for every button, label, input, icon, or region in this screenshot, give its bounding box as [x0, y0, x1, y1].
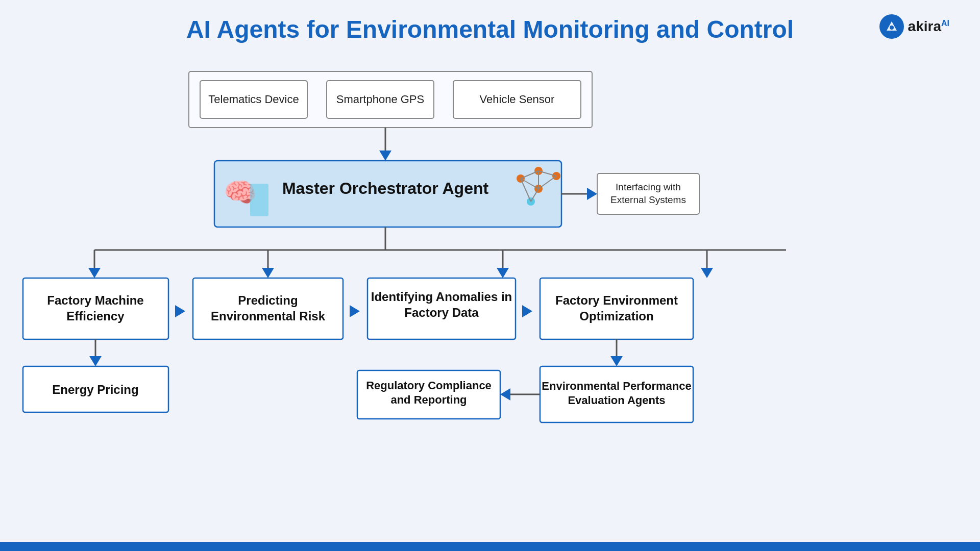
svg-line-18: [521, 171, 538, 179]
svg-marker-47: [350, 305, 360, 317]
svg-line-23: [521, 179, 531, 202]
svg-marker-37: [497, 268, 509, 278]
svg-marker-60: [610, 356, 623, 366]
svg-rect-27: [597, 173, 699, 214]
svg-text:Smartphone GPS: Smartphone GPS: [336, 93, 424, 106]
svg-text:Master Orchestrator Agent: Master Orchestrator Agent: [282, 179, 489, 197]
svg-rect-9: [214, 161, 561, 227]
svg-marker-35: [262, 268, 274, 278]
logo: akiraAI: [879, 14, 949, 39]
svg-text:Environmental Performance: Environmental Performance: [542, 380, 691, 392]
svg-text:Efficiency: Efficiency: [66, 309, 125, 323]
svg-text:Vehicle Sensor: Vehicle Sensor: [480, 93, 555, 106]
svg-point-14: [534, 167, 543, 175]
svg-text:Energy Pricing: Energy Pricing: [52, 383, 138, 396]
svg-marker-8: [379, 151, 391, 161]
svg-point-17: [527, 197, 535, 206]
svg-marker-65: [500, 388, 510, 400]
logo-text: akiraAI: [908, 18, 949, 35]
svg-rect-61: [540, 366, 693, 422]
svg-text:Identifying Anomalies in: Identifying Anomalies in: [371, 290, 512, 304]
svg-marker-56: [89, 356, 102, 366]
logo-icon: [879, 14, 904, 39]
svg-point-16: [552, 172, 560, 180]
svg-line-24: [531, 189, 538, 202]
svg-point-15: [534, 185, 543, 193]
svg-rect-1: [200, 81, 307, 118]
svg-marker-43: [175, 305, 185, 317]
svg-text:Predicting: Predicting: [238, 293, 298, 307]
page-title: AI Agents for Environmental Monitoring a…: [0, 15, 980, 43]
svg-text:and Reporting: and Reporting: [390, 393, 467, 406]
svg-marker-39: [701, 268, 713, 278]
svg-text:Interfacing with: Interfacing with: [616, 182, 681, 192]
svg-marker-51: [522, 305, 532, 317]
svg-line-21: [538, 176, 556, 189]
svg-rect-52: [540, 278, 693, 339]
svg-rect-2: [327, 81, 434, 118]
svg-text:External Systems: External Systems: [610, 194, 686, 205]
svg-rect-0: [189, 71, 592, 128]
svg-text:Factory Machine: Factory Machine: [47, 293, 143, 307]
svg-line-19: [521, 179, 538, 189]
svg-text:Environmental Risk: Environmental Risk: [211, 309, 326, 323]
svg-marker-26: [587, 188, 597, 200]
svg-text:Factory Data: Factory Data: [404, 306, 479, 319]
svg-rect-57: [23, 366, 168, 412]
svg-text:Telematics Device: Telematics Device: [208, 93, 299, 106]
svg-rect-48: [368, 278, 516, 339]
svg-text:Regulatory Compliance: Regulatory Compliance: [366, 379, 492, 392]
svg-text:Evaluation Agents: Evaluation Agents: [568, 394, 665, 407]
svg-rect-66: [357, 370, 500, 419]
svg-text:Factory Environment: Factory Environment: [555, 293, 678, 307]
svg-text:Optimization: Optimization: [579, 309, 653, 323]
svg-line-20: [538, 171, 556, 176]
svg-point-13: [517, 174, 525, 183]
svg-rect-44: [193, 278, 343, 339]
svg-text:🧠: 🧠: [224, 177, 257, 208]
svg-marker-33: [88, 268, 101, 278]
svg-rect-40: [23, 278, 168, 339]
svg-rect-11: [250, 184, 268, 216]
svg-rect-3: [453, 81, 581, 118]
svg-point-69: [890, 26, 894, 30]
bottom-bar: [0, 542, 980, 551]
